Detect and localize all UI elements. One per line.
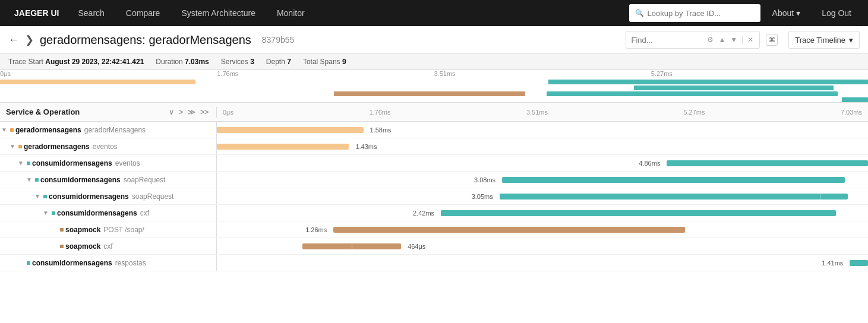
operation-name: soapRequest (124, 176, 166, 184)
expand-all-arrow[interactable]: ≫ (186, 107, 197, 118)
navbar-compare[interactable]: Compare (116, 0, 170, 26)
keyboard-shortcut-icon[interactable]: ⌘ (766, 34, 778, 46)
span-label: 2.42ms (413, 210, 434, 217)
span-tick (820, 194, 820, 200)
span-bar[interactable] (850, 260, 868, 266)
toggle-button[interactable]: ▼ (17, 160, 25, 166)
table-row[interactable]: ▼geradormensagenseventos1.43ms (0, 138, 868, 155)
find-icons: ⚙ ▲ ▼ ✕ (706, 34, 755, 45)
service-dot (43, 195, 47, 198)
span-bar-container: 1.26ms (217, 221, 868, 238)
find-up-icon[interactable]: ▲ (717, 34, 727, 45)
service-name: soapmock (65, 242, 100, 251)
find-settings-icon[interactable]: ⚙ (706, 34, 715, 45)
span-label: 3.05ms (472, 193, 493, 200)
collapse-icon[interactable]: ❯ (25, 33, 34, 46)
table-row[interactable]: ▼consumidormensagenseventos4.86ms (0, 155, 868, 172)
back-button[interactable]: ← (8, 34, 19, 46)
table-row[interactable]: soapmockPOST /soap/1.26ms (0, 221, 868, 238)
span-bar-container: 4.86ms (217, 155, 868, 171)
span-bar-container: 2.42ms (217, 205, 868, 221)
sort-arrow[interactable]: >> (198, 107, 210, 118)
trace-rows: ▼geradormensagensgeradorMensagens1.58ms▼… (0, 122, 868, 271)
span-bar[interactable] (502, 177, 844, 183)
trace-title: geradormensagens: geradorMensagens (40, 33, 251, 47)
time-markers: 0μs1.76ms3.51ms5.27ms7.03ms (223, 109, 862, 116)
overview-bar (334, 91, 525, 96)
header-arrows: ∨ > ≫ >> (167, 107, 210, 118)
table-row[interactable]: ▼consumidormensagenscxf2.42ms (0, 205, 868, 221)
service-name: consumidormensagens (40, 176, 121, 184)
span-bar-container: 3.05ms (217, 188, 868, 204)
search-icon: 🔍 (635, 9, 644, 17)
toggle-button[interactable]: ▼ (8, 143, 17, 150)
service-name: consumidormensagens (32, 159, 112, 167)
table-row[interactable]: soapmockcxf464μs (0, 238, 868, 255)
service-name: consumidormensagens (49, 192, 129, 201)
trace-start-label: Trace Start August 29 2023, 22:42:41.421 (8, 58, 144, 66)
span-bar[interactable] (667, 160, 868, 166)
expand-one-arrow[interactable]: > (177, 107, 185, 118)
time-marker: 1.76ms (369, 109, 390, 116)
find-bar[interactable]: ⚙ ▲ ▼ ✕ (626, 31, 760, 49)
timeline-header: 0μs1.76ms3.51ms5.27ms7.03ms (217, 109, 868, 116)
operation-name: eventos (115, 159, 140, 167)
operation-name: soapRequest (132, 192, 174, 201)
operation-name: eventos (93, 142, 118, 151)
service-name: consumidormensagens (57, 209, 137, 217)
span-bar-container: 464μs (217, 238, 868, 254)
trace-header: ← ❯ geradormensagens: geradorMensagens 8… (0, 26, 868, 54)
navbar-search[interactable]: Search (68, 0, 113, 26)
service-dot (27, 261, 30, 265)
toggle-button[interactable]: ▼ (42, 210, 50, 216)
span-bar-container: 1.58ms (217, 122, 868, 138)
span-label: 3.08ms (474, 176, 495, 183)
collapse-all-arrow[interactable]: ∨ (167, 107, 176, 118)
find-close-icon[interactable]: ✕ (746, 34, 755, 45)
navbar-brand[interactable]: JAEGER UI (7, 8, 66, 18)
table-row[interactable]: ▼geradormensagensgeradorMensagens1.58ms (0, 122, 868, 138)
service-name: soapmock (65, 226, 100, 234)
span-tick (352, 243, 352, 249)
span-label: 4.86ms (639, 160, 660, 167)
span-label: 464μs (408, 243, 425, 250)
table-row[interactable]: ▼consumidormensagenssoapRequest3.05ms (0, 188, 868, 205)
about-menu[interactable]: About ▾ (763, 0, 810, 26)
navbar: JAEGER UI Search Compare System Architec… (0, 0, 868, 26)
span-bar[interactable] (302, 243, 402, 249)
service-dot (35, 178, 39, 182)
navbar-monitor[interactable]: Monitor (267, 0, 314, 26)
span-bar[interactable] (217, 144, 349, 150)
service-name: geradormensagens (24, 142, 90, 151)
table-row[interactable]: ▼consumidormensagenssoapRequest3.08ms (0, 172, 868, 188)
time-marker: 7.03ms (841, 109, 862, 116)
span-bar[interactable] (441, 210, 836, 216)
operation-name: geradorMensagens (84, 126, 146, 134)
logout-button[interactable]: Log Out (812, 0, 861, 26)
service-dot (60, 228, 64, 232)
total-spans-meta: Total Spans 9 (303, 58, 346, 66)
span-label: 1.26ms (305, 226, 327, 233)
trace-id-input[interactable] (648, 9, 755, 18)
operation-name: cxf (140, 209, 149, 217)
span-bar[interactable] (500, 194, 848, 200)
time-ruler-tick: 1.76ms (217, 70, 238, 77)
span-bar[interactable] (217, 127, 364, 133)
navbar-system-architecture[interactable]: System Architecture (172, 0, 265, 26)
service-dot (60, 245, 64, 248)
find-down-icon[interactable]: ▼ (729, 34, 738, 45)
table-row[interactable]: consumidormensagensrespostas1.41ms (0, 255, 868, 271)
trace-id-search[interactable]: 🔍 (629, 4, 760, 22)
toggle-button[interactable]: ▼ (25, 176, 33, 183)
service-dot (27, 162, 30, 165)
duration-meta: Duration 7.03ms (156, 58, 209, 66)
span-bar[interactable] (333, 227, 685, 233)
toggle-button[interactable]: ▼ (33, 193, 42, 200)
trace-view-selector[interactable]: Trace Timeline ▾ (788, 31, 860, 49)
span-label: 1.43ms (355, 143, 377, 150)
service-dot (18, 145, 22, 148)
time-ruler-tick: 5.27ms (651, 70, 673, 77)
find-input[interactable] (631, 36, 702, 45)
toggle-button[interactable]: ▼ (0, 126, 8, 133)
time-marker: 5.27ms (683, 109, 705, 116)
